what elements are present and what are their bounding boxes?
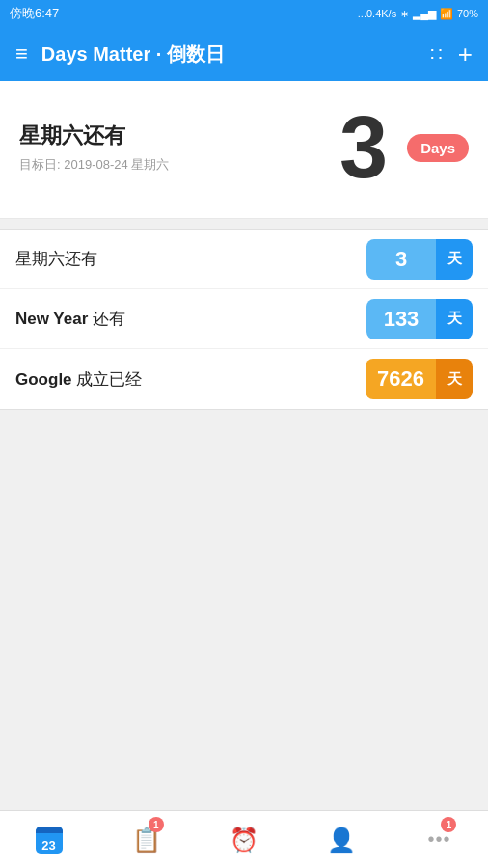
add-icon[interactable]: + xyxy=(458,40,473,69)
more-badge: 1 xyxy=(441,817,456,832)
menu-icon[interactable]: ≡ xyxy=(15,43,28,65)
hero-card: 星期六还有 目标日: 2019-08-24 星期六 3 Days xyxy=(0,81,488,219)
count-block: 7626 天 xyxy=(366,359,473,399)
status-icons: ...0.4K/s ∗ ▂▄▆ 📶 70% xyxy=(358,8,478,20)
count-unit: 天 xyxy=(436,359,473,399)
hero-card-number: 3 xyxy=(339,104,388,191)
wifi-icon: 📶 xyxy=(440,8,453,20)
hero-card-title: 星期六还有 xyxy=(19,122,320,150)
battery-level: 70% xyxy=(457,8,478,19)
count-unit: 天 xyxy=(436,299,473,339)
list-item-label: Google 成立已经 xyxy=(15,368,366,391)
list-badge: 1 xyxy=(149,817,164,832)
days-badge: Days xyxy=(407,134,469,162)
hero-card-info: 星期六还有 目标日: 2019-08-24 星期六 xyxy=(19,122,320,174)
list-item[interactable]: Google 成立已经 7626 天 xyxy=(0,349,488,409)
list-section: 星期六还有 3 天 New Year 还有 133 天 Google 成立已经 … xyxy=(0,229,488,410)
list-item[interactable]: 星期六还有 3 天 xyxy=(0,230,488,289)
list-item-label: 星期六还有 xyxy=(15,248,366,270)
network-speed: ...0.4K/s xyxy=(358,8,396,19)
toolbar: ≡ Days Matter · 倒数日 ∷ + xyxy=(0,27,488,81)
list-item[interactable]: New Year 还有 133 天 xyxy=(0,289,488,349)
status-time: 傍晚6:47 xyxy=(10,5,59,22)
label-bold: New Year xyxy=(15,310,88,328)
nav-item-calendar[interactable]: 23 xyxy=(0,811,97,868)
grid-icon[interactable]: ∷ xyxy=(430,42,443,66)
label-bold: Google xyxy=(15,370,72,389)
count-number: 133 xyxy=(366,299,436,339)
count-number: 7626 xyxy=(366,359,436,399)
bluetooth-icon: ∗ xyxy=(400,8,409,20)
bottom-nav: 23 📋 1 ⏰ 👤 ••• 1 xyxy=(0,810,488,868)
calendar-icon: 23 xyxy=(36,827,63,854)
status-bar: 傍晚6:47 ...0.4K/s ∗ ▂▄▆ 📶 70% xyxy=(0,0,488,27)
signal-icon: ▂▄▆ xyxy=(413,8,436,20)
user-icon: 👤 xyxy=(327,827,356,854)
nav-item-user[interactable]: 👤 xyxy=(293,811,391,868)
hero-card-subtitle: 目标日: 2019-08-24 星期六 xyxy=(19,156,320,174)
count-block: 133 天 xyxy=(366,299,473,339)
count-unit: 天 xyxy=(436,239,473,280)
list-item-label: New Year 还有 xyxy=(15,308,366,330)
count-block: 3 天 xyxy=(366,239,473,280)
nav-item-list[interactable]: 📋 1 xyxy=(97,811,195,868)
count-number: 3 xyxy=(366,239,436,280)
toolbar-title: Days Matter · 倒数日 xyxy=(41,41,430,68)
clock-icon: ⏰ xyxy=(230,827,258,854)
nav-item-more[interactable]: ••• 1 xyxy=(391,811,488,868)
nav-item-clock[interactable]: ⏰ xyxy=(195,811,292,868)
